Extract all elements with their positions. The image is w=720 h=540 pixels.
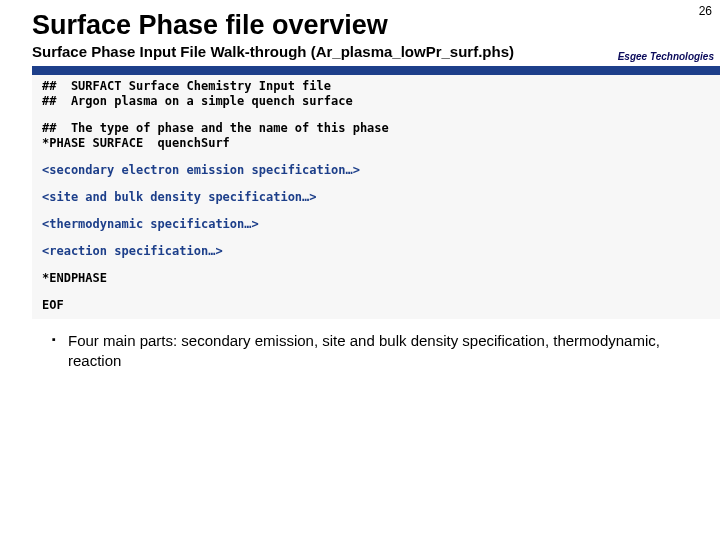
code-annotation: <site and bulk density specification…>: [32, 190, 720, 205]
code-annotation: <reaction specification…>: [32, 244, 720, 259]
bullet-list: Four main parts: secondary emission, sit…: [32, 331, 688, 370]
code-line: ## The type of phase and the name of thi…: [32, 121, 720, 136]
slide-subtitle: Surface Phase Input File Walk-through (A…: [32, 43, 688, 60]
page-number: 26: [699, 4, 712, 18]
code-annotation: <thermodynamic specification…>: [32, 217, 720, 232]
code-line: ## SURFACT Surface Chemistry Input file: [32, 79, 720, 94]
slide: 26 Surface Phase file overview Surface P…: [0, 0, 720, 540]
bullet-item: Four main parts: secondary emission, sit…: [52, 331, 688, 370]
code-line: ## Argon plasma on a simple quench surfa…: [32, 94, 720, 109]
slide-title: Surface Phase file overview: [32, 10, 688, 41]
title-divider: Esgee Technologies: [32, 66, 720, 75]
code-annotation: <secondary electron emission specificati…: [32, 163, 720, 178]
code-line: *PHASE SURFACE quenchSurf: [32, 136, 720, 151]
code-block: ## SURFACT Surface Chemistry Input file …: [32, 75, 720, 319]
code-line: EOF: [32, 298, 720, 313]
brand-label: Esgee Technologies: [618, 51, 714, 62]
code-line: *ENDPHASE: [32, 271, 720, 286]
